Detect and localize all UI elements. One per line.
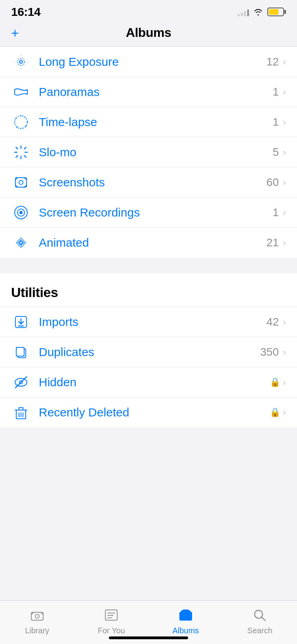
album-name: Recently Deleted xyxy=(39,406,270,419)
bottom-spacer xyxy=(0,427,297,475)
svg-point-6 xyxy=(27,61,29,62)
album-item-duplicates[interactable]: Duplicates 350 › xyxy=(0,337,297,367)
home-indicator xyxy=(109,636,188,639)
album-name: Animated xyxy=(39,236,267,249)
tab-for-you[interactable]: For You xyxy=(74,606,149,635)
album-item-hidden[interactable]: Hidden 🔒 › xyxy=(0,367,297,397)
album-item-screenshots[interactable]: Screenshots 60 › xyxy=(0,167,297,197)
albums-tab-icon xyxy=(176,606,196,624)
album-count: 12 xyxy=(267,56,279,68)
svg-line-23 xyxy=(16,155,18,157)
status-time: 16:14 xyxy=(11,5,40,19)
album-list: Long Exposure 12 › Panoramas 1 › xyxy=(0,47,297,427)
svg-rect-24 xyxy=(15,178,27,187)
chevron-icon: › xyxy=(283,147,286,158)
svg-rect-58 xyxy=(183,610,189,621)
svg-point-4 xyxy=(21,68,22,69)
album-item-animated[interactable]: Animated 21 › xyxy=(0,228,297,258)
tab-albums[interactable]: Albums xyxy=(148,606,223,635)
albums-tab-label: Albums xyxy=(172,626,199,635)
recently-deleted-icon xyxy=(11,402,31,422)
album-count: 1 xyxy=(272,206,279,219)
album-item-screen-recordings[interactable]: Screen Recordings 1 › xyxy=(0,197,297,228)
svg-point-28 xyxy=(19,211,23,214)
chevron-icon: › xyxy=(283,347,286,358)
svg-rect-36 xyxy=(16,347,24,356)
svg-point-5 xyxy=(14,61,15,62)
album-name: Screen Recordings xyxy=(39,206,272,219)
album-count: 21 xyxy=(267,236,279,249)
search-tab-label: Search xyxy=(248,626,272,635)
imports-icon xyxy=(11,312,31,332)
chevron-icon: › xyxy=(283,56,286,67)
time-lapse-icon xyxy=(11,112,31,132)
chevron-icon: › xyxy=(283,207,286,218)
album-count: 1 xyxy=(272,116,279,128)
svg-rect-50 xyxy=(31,612,43,620)
chevron-icon: › xyxy=(283,86,286,98)
album-item-imports[interactable]: Imports 42 › xyxy=(0,307,297,337)
slo-mo-icon xyxy=(11,142,31,162)
svg-point-25 xyxy=(19,180,23,184)
chevron-icon: › xyxy=(283,177,286,188)
signal-icon xyxy=(238,8,249,16)
chevron-icon: › xyxy=(283,407,286,418)
add-album-button[interactable]: + xyxy=(11,26,19,40)
svg-point-51 xyxy=(35,614,39,618)
tab-search[interactable]: Search xyxy=(223,606,297,635)
svg-point-10 xyxy=(21,128,22,129)
long-exposure-icon xyxy=(11,52,31,72)
album-name: Time-lapse xyxy=(39,115,272,129)
svg-line-21 xyxy=(25,155,26,157)
album-name: Hidden xyxy=(39,376,270,389)
album-count: 42 xyxy=(267,316,279,328)
album-name: Long Exposure xyxy=(39,55,267,69)
album-name: Duplicates xyxy=(39,345,260,359)
album-count: 5 xyxy=(272,146,279,159)
utilities-section-header: Utilities xyxy=(0,274,297,307)
album-item-time-lapse[interactable]: Time-lapse 1 › xyxy=(0,107,297,137)
svg-line-60 xyxy=(262,617,266,621)
wifi-icon xyxy=(253,8,263,16)
section-divider xyxy=(0,258,297,274)
svg-point-8 xyxy=(21,115,22,116)
library-tab-label: Library xyxy=(25,626,49,635)
album-name: Panoramas xyxy=(39,85,272,99)
svg-point-11 xyxy=(14,121,15,123)
tab-library[interactable]: Library xyxy=(0,606,74,635)
status-bar: 16:14 ⚡ xyxy=(0,0,297,21)
search-tab-icon xyxy=(250,606,270,624)
svg-point-3 xyxy=(21,54,22,56)
chevron-icon: › xyxy=(283,377,286,388)
svg-point-2 xyxy=(21,61,22,62)
battery-icon: ⚡ xyxy=(267,8,286,16)
screenshots-icon xyxy=(11,172,31,192)
screen-recordings-icon xyxy=(11,203,31,222)
status-icons: ⚡ xyxy=(238,8,286,16)
svg-point-15 xyxy=(15,117,17,119)
panoramas-icon xyxy=(11,82,31,102)
header: + Albums xyxy=(0,21,297,47)
animated-icon xyxy=(11,233,31,253)
album-count: 60 xyxy=(267,176,279,189)
album-name: Imports xyxy=(39,315,267,329)
album-item-recently-deleted[interactable]: Recently Deleted 🔒 › xyxy=(0,397,297,427)
page-title: Albums xyxy=(126,25,171,40)
hidden-icon xyxy=(11,372,31,392)
album-item-slo-mo[interactable]: Slo-mo 5 › xyxy=(0,137,297,167)
album-count: 1 xyxy=(272,86,279,98)
svg-line-20 xyxy=(16,147,18,149)
album-item-panoramas[interactable]: Panoramas 1 › xyxy=(0,77,297,107)
chevron-icon: › xyxy=(283,316,286,328)
album-item-long-exposure[interactable]: Long Exposure 12 › xyxy=(0,47,297,77)
chevron-icon: › xyxy=(283,117,286,128)
for-you-tab-icon xyxy=(101,606,121,624)
utilities-title: Utilities xyxy=(11,285,58,300)
svg-point-9 xyxy=(27,121,28,123)
duplicates-icon xyxy=(11,342,31,362)
svg-point-14 xyxy=(17,126,18,128)
library-tab-icon xyxy=(27,606,47,624)
album-name: Slo-mo xyxy=(39,146,272,159)
album-count: 350 xyxy=(260,346,279,358)
svg-line-22 xyxy=(25,147,26,149)
